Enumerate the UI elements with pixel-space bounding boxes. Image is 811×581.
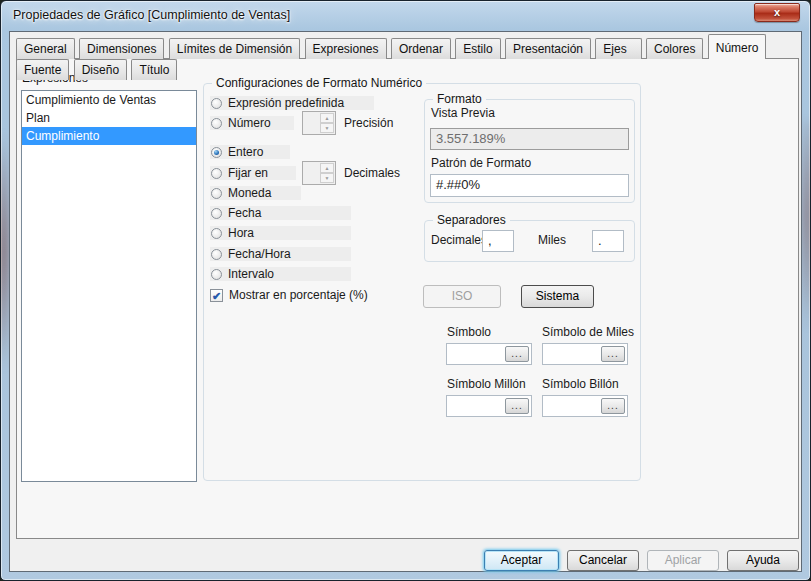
tab-general[interactable]: General xyxy=(16,38,75,59)
number-format-group-label: Configuraciones de Formato Numérico xyxy=(212,76,426,90)
window-title: Propiedades de Gráfico [Cumplimiento de … xyxy=(13,8,290,22)
help-button[interactable]: Ayuda xyxy=(727,550,799,571)
tab-strip: General Dimensiones Límites de Dimensión… xyxy=(16,38,795,59)
thousand-separator-field[interactable]: . xyxy=(592,230,624,252)
iso-button: ISO xyxy=(423,285,501,308)
decimals-spinner[interactable]: ▲ ▼ xyxy=(302,161,336,185)
radio-icon xyxy=(211,208,222,219)
radio-fecha[interactable]: Fecha xyxy=(210,206,351,220)
radio-icon xyxy=(211,168,222,179)
tab-fuente[interactable]: Fuente xyxy=(16,59,69,80)
browse-button[interactable]: ... xyxy=(505,346,529,362)
formato-group-label: Formato xyxy=(433,92,486,106)
radio-fijar-en[interactable]: Fijar en xyxy=(210,166,296,180)
precision-label: Precisión xyxy=(344,116,393,130)
symbol-billion-field[interactable]: ... xyxy=(542,395,628,417)
decimal-separator-label: Decimales xyxy=(431,233,487,247)
symbol-thousands-label: Símbolo de Miles xyxy=(542,325,634,339)
symbol-field[interactable]: ... xyxy=(446,343,532,365)
accept-button[interactable]: Aceptar xyxy=(484,550,559,571)
cancel-button[interactable]: Cancelar xyxy=(567,550,639,571)
separators-group: Separadores Decimales , Miles . xyxy=(424,220,635,262)
spinner-buttons: ▲ ▼ xyxy=(320,113,334,133)
tab-dimensiones[interactable]: Dimensiones xyxy=(79,38,164,59)
checkbox-checked-icon: ✔ xyxy=(210,289,223,302)
dialog-window: Propiedades de Gráfico [Cumplimiento de … xyxy=(0,0,811,581)
symbol-billion-label: Símbolo Billón xyxy=(542,377,619,391)
radio-expresion-predefinida[interactable]: Expresión predefinida xyxy=(210,96,374,110)
radio-entero[interactable]: Entero xyxy=(210,145,290,159)
decimal-separator-field[interactable]: , xyxy=(482,230,514,252)
show-percent-checkbox[interactable]: ✔ Mostrar en porcentaje (%) xyxy=(210,288,368,302)
tab-ejes[interactable]: Ejes xyxy=(595,38,641,59)
spin-up-icon[interactable]: ▲ xyxy=(320,163,334,173)
radio-fecha-hora[interactable]: Fecha/Hora xyxy=(210,247,351,261)
pattern-field[interactable]: #.##0% xyxy=(430,174,629,197)
sistema-button[interactable]: Sistema xyxy=(521,285,594,308)
thousand-separator-label: Miles xyxy=(538,233,566,247)
close-icon: x xyxy=(774,6,780,18)
list-item[interactable]: Plan xyxy=(22,109,196,127)
formato-group: Formato Vista Previa 3.557.189% Patrón d… xyxy=(424,99,635,203)
radio-moneda[interactable]: Moneda xyxy=(210,186,301,200)
close-button[interactable]: x xyxy=(754,3,800,22)
tab-limites-de-dimension[interactable]: Límites de Dimensión xyxy=(169,38,300,59)
precision-spinner[interactable]: ▲ ▼ xyxy=(302,111,336,135)
symbol-million-label: Símbolo Millón xyxy=(447,377,526,391)
list-item[interactable]: Cumplimiento de Ventas xyxy=(22,91,196,109)
pattern-label: Patrón de Formato xyxy=(431,156,531,170)
browse-button[interactable]: ... xyxy=(601,398,625,414)
radio-selected-icon xyxy=(211,147,222,158)
preview-label: Vista Previa xyxy=(431,106,495,120)
symbol-million-field[interactable]: ... xyxy=(446,395,532,417)
radio-icon xyxy=(211,118,222,129)
radio-numero[interactable]: Número xyxy=(210,116,294,130)
preview-field: 3.557.189% xyxy=(430,128,629,150)
spinner-buttons: ▲ ▼ xyxy=(320,163,334,183)
radio-icon xyxy=(211,228,222,239)
apply-button: Aplicar xyxy=(647,550,719,571)
spin-down-icon[interactable]: ▼ xyxy=(320,173,334,183)
show-percent-label: Mostrar en porcentaje (%) xyxy=(229,288,368,302)
tab-page-numero: Expresiones Cumplimiento de Ventas Plan … xyxy=(16,58,799,539)
titlebar[interactable]: Propiedades de Gráfico [Cumplimiento de … xyxy=(1,1,810,31)
expressions-listbox[interactable]: Cumplimiento de Ventas Plan Cumplimiento xyxy=(21,90,197,482)
separators-group-label: Separadores xyxy=(433,213,510,227)
dialog-client-area: General Dimensiones Límites de Dimensión… xyxy=(9,31,802,572)
radio-hora[interactable]: Hora xyxy=(210,226,351,240)
tab-estilo[interactable]: Estilo xyxy=(455,38,500,59)
radio-icon xyxy=(211,269,222,280)
spin-up-icon[interactable]: ▲ xyxy=(320,113,334,123)
tab-colores[interactable]: Colores xyxy=(646,38,703,59)
browse-button[interactable]: ... xyxy=(601,346,625,362)
spin-down-icon[interactable]: ▼ xyxy=(320,123,334,133)
decimals-label: Decimales xyxy=(344,166,400,180)
tab-expresiones[interactable]: Expresiones xyxy=(305,38,387,59)
tab-presentacion[interactable]: Presentación xyxy=(505,38,591,59)
radio-icon xyxy=(211,249,222,260)
list-item-selected[interactable]: Cumplimiento xyxy=(22,127,196,145)
tab-numero[interactable]: Número xyxy=(708,34,767,59)
symbol-thousands-field[interactable]: ... xyxy=(542,343,628,365)
radio-intervalo[interactable]: Intervalo xyxy=(210,267,351,281)
number-format-group: Configuraciones de Formato Numérico Expr… xyxy=(203,83,641,481)
radio-icon xyxy=(211,188,222,199)
browse-button[interactable]: ... xyxy=(505,398,529,414)
symbol-label: Símbolo xyxy=(447,325,491,339)
tab-titulo[interactable]: Título xyxy=(131,59,177,80)
tab-diseno[interactable]: Diseño xyxy=(74,59,127,80)
radio-icon xyxy=(211,98,222,109)
tab-ordenar[interactable]: Ordenar xyxy=(391,38,451,59)
